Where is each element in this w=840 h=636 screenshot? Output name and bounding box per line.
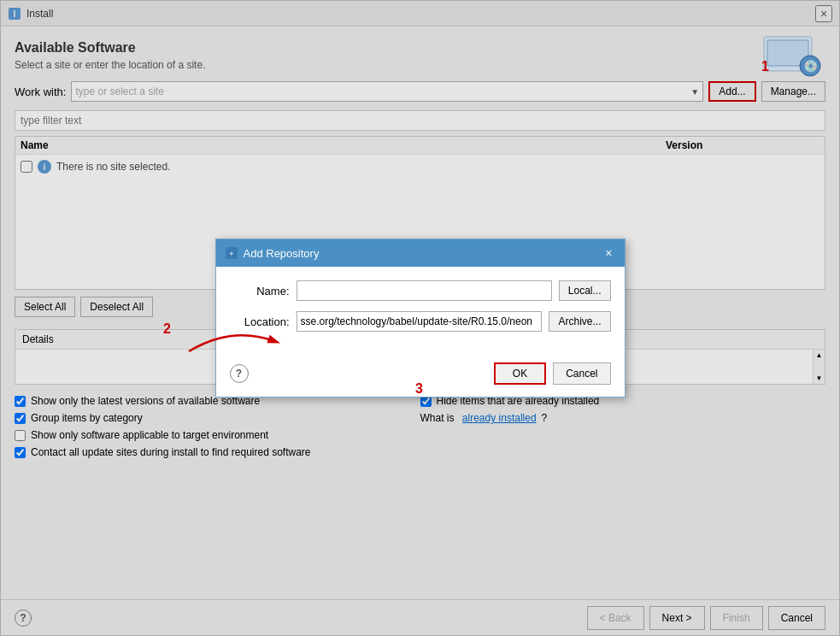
name-input[interactable] [297,280,552,301]
modal-body: Name: Local... Location: Archive... [216,267,625,356]
modal-overlay: + Add Repository × Name: Local... Locati… [1,1,839,635]
modal-icon: + [225,246,238,260]
name-row: Name: Local... [230,280,611,301]
archive-button[interactable]: Archive... [549,311,610,332]
add-repository-dialog: + Add Repository × Name: Local... Locati… [215,238,626,398]
modal-footer: ? OK Cancel [216,356,625,397]
modal-buttons: OK Cancel [494,362,611,385]
main-window: I Install × 💿 Available Software Select … [0,0,840,636]
modal-title-text: Add Repository [244,247,320,260]
svg-text:+: + [229,250,233,258]
ok-button[interactable]: OK [494,362,546,385]
location-row: Location: Archive... [230,311,611,332]
name-label: Name: [230,285,290,297]
modal-title-bar: + Add Repository × [216,239,625,267]
local-button[interactable]: Local... [559,280,611,301]
modal-cancel-button[interactable]: Cancel [553,362,610,385]
location-label: Location: [230,315,290,328]
location-input[interactable] [297,311,543,332]
modal-title-left: + Add Repository [225,246,320,260]
modal-close-button[interactable]: × [602,244,615,262]
modal-help-icon[interactable]: ? [230,364,249,383]
